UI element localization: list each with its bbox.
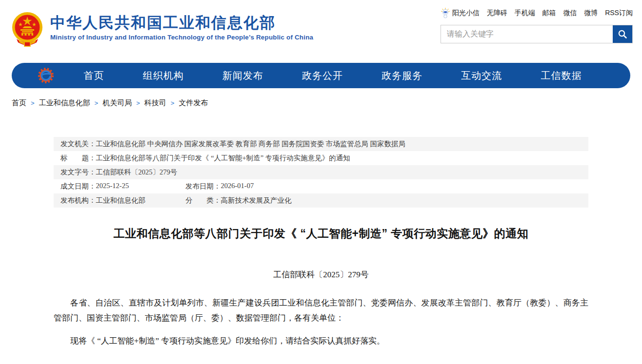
nav-item-gov-disclosure[interactable]: 政务公开: [302, 69, 343, 82]
meta-value: 工业和信息化部: [96, 196, 146, 205]
meta-cell: 分 类： 高新技术发展及产业化: [185, 196, 292, 205]
nav-item-gov-services[interactable]: 政务服务: [381, 69, 422, 82]
breadcrumb-document-release[interactable]: 文件发布: [179, 98, 208, 108]
meta-label: 成文日期：: [60, 182, 96, 191]
article-doc-number: 工信部联科〔2025〕279号: [0, 269, 642, 280]
breadcrumb-miit[interactable]: 工业和信息化部: [39, 98, 90, 108]
breadcrumb-science-tech[interactable]: 科技司: [144, 98, 166, 108]
meta-value: 工信部联科〔2025〕279号: [96, 168, 178, 177]
meta-value: 工业和信息化部 中央网信办 国家发展改革委 教育部 商务部 国务院国资委 市场监…: [96, 139, 405, 149]
site-header: 中华人民共和国工业和信息化部 Ministry of Industry and …: [0, 0, 642, 61]
header-right: 阳光小信 无障碍 手机端 邮箱 微信 微博 RSS订阅: [441, 8, 633, 43]
search-box: [441, 25, 633, 43]
meta-row-doc-number: 发文字号： 工信部联科〔2025〕279号: [54, 165, 588, 179]
nav-item-interaction[interactable]: 互动交流: [461, 69, 502, 82]
top-link-label: 手机端: [515, 9, 535, 18]
breadcrumb-separator: >: [171, 99, 175, 107]
meta-value: 工业和信息化部等八部门关于印发《 “人工智能+制造” 专项行动实施意见》的通知: [96, 153, 350, 163]
meta-row-dates: 成文日期： 2025-12-25 发布日期： 2026-01-07: [54, 179, 588, 193]
breadcrumb-separator: >: [136, 99, 140, 107]
meta-label: 发文机关：: [60, 139, 96, 149]
breadcrumb-separator: >: [31, 99, 35, 107]
top-link-wechat[interactable]: 微信: [563, 9, 577, 18]
meta-row-publisher-category: 发布机构： 工业和信息化部 分 类： 高新技术发展及产业化: [54, 193, 588, 208]
miit-gear-logo-icon: [37, 67, 55, 84]
robot-mascot-icon: [441, 8, 450, 19]
meta-cell: 发文字号： 工信部联科〔2025〕279号: [60, 168, 177, 177]
main-nav: 首页 组织机构 新闻发布 政务公开 政务服务 互动交流 工信数据: [12, 63, 630, 88]
nav-items: 首页 组织机构 新闻发布 政务公开 政务服务 互动交流 工信数据: [64, 69, 601, 82]
top-link-accessibility[interactable]: 无障碍: [487, 9, 507, 18]
search-input[interactable]: [441, 25, 613, 43]
breadcrumb-departments[interactable]: 机关司局: [102, 98, 132, 108]
nav-item-news[interactable]: 新闻发布: [222, 69, 263, 82]
breadcrumb-home[interactable]: 首页: [12, 98, 26, 108]
meta-cell: 标 题： 工业和信息化部等八部门关于印发《 “人工智能+制造” 专项行动实施意见…: [60, 153, 350, 163]
breadcrumb: 首页 > 工业和信息化部 > 机关司局 > 科技司 > 文件发布: [12, 98, 642, 108]
nav-item-organization[interactable]: 组织机构: [143, 69, 184, 82]
top-link-weibo[interactable]: 微博: [584, 9, 598, 18]
meta-cell: 成文日期： 2025-12-25: [60, 182, 185, 191]
meta-row-issuing-authority: 发文机关： 工业和信息化部 中央网信办 国家发展改革委 教育部 商务部 国务院国…: [54, 137, 588, 151]
meta-value: 2025-12-25: [96, 182, 129, 191]
site-title: 中华人民共和国工业和信息化部: [50, 15, 313, 31]
meta-label: 分 类：: [185, 196, 221, 205]
article-paragraph: 现将《 “人工智能+制造” 专项行动实施意见》印发给你们，请结合实际认真抓好落实…: [54, 333, 588, 348]
nav-item-home[interactable]: 首页: [84, 69, 104, 82]
meta-cell: 发文机关： 工业和信息化部 中央网信办 国家发展改革委 教育部 商务部 国务院国…: [60, 139, 405, 149]
site-brand: 中华人民共和国工业和信息化部 Ministry of Industry and …: [12, 11, 313, 49]
top-link-label: 邮箱: [542, 9, 556, 18]
meta-value: 2026-01-07: [221, 182, 254, 191]
top-link-sunshine[interactable]: 阳光小信: [441, 8, 480, 19]
top-link-label: 阳光小信: [452, 9, 480, 18]
document-meta-table: 发文机关： 工业和信息化部 中央网信办 国家发展改革委 教育部 商务部 国务院国…: [54, 137, 588, 208]
article-title: 工业和信息化部等八部门关于印发《 “人工智能+制造” 专项行动实施意见》的通知: [29, 226, 613, 241]
top-link-mobile[interactable]: 手机端: [515, 9, 535, 18]
meta-label: 标 题：: [60, 153, 96, 163]
meta-row-title: 标 题： 工业和信息化部等八部门关于印发《 “人工智能+制造” 专项行动实施意见…: [54, 151, 588, 165]
top-link-mail[interactable]: 邮箱: [542, 9, 556, 18]
nav-item-miit-data[interactable]: 工信数据: [541, 69, 582, 82]
article-body: 各省、自治区、直辖市及计划单列市、新疆生产建设兵团工业和信息化主管部门、党委网信…: [54, 295, 588, 348]
top-link-label: 微信: [563, 9, 577, 18]
meta-label: 发布日期：: [185, 182, 221, 191]
brand-text: 中华人民共和国工业和信息化部 Ministry of Industry and …: [50, 11, 313, 41]
breadcrumb-separator: >: [95, 99, 99, 107]
meta-cell: 发布机构： 工业和信息化部: [60, 196, 185, 205]
site-subtitle: Ministry of Industry and Information Tec…: [50, 34, 313, 41]
national-emblem-icon: [12, 11, 43, 49]
top-link-rss[interactable]: RSS订阅: [605, 9, 633, 18]
meta-value: 高新技术发展及产业化: [221, 196, 292, 205]
article-paragraph: 各省、自治区、直辖市及计划单列市、新疆生产建设兵团工业和信息化主管部门、党委网信…: [54, 295, 588, 326]
top-link-label: 无障碍: [487, 9, 507, 18]
meta-label: 发布机构：: [60, 196, 96, 205]
top-link-label: RSS订阅: [605, 9, 633, 18]
top-links: 阳光小信 无障碍 手机端 邮箱 微信 微博 RSS订阅: [441, 8, 633, 19]
meta-label: 发文字号：: [60, 168, 96, 177]
meta-cell: 发布日期： 2026-01-07: [185, 182, 254, 191]
top-link-label: 微博: [584, 9, 598, 18]
search-button[interactable]: [613, 25, 632, 43]
search-icon: [618, 29, 627, 39]
